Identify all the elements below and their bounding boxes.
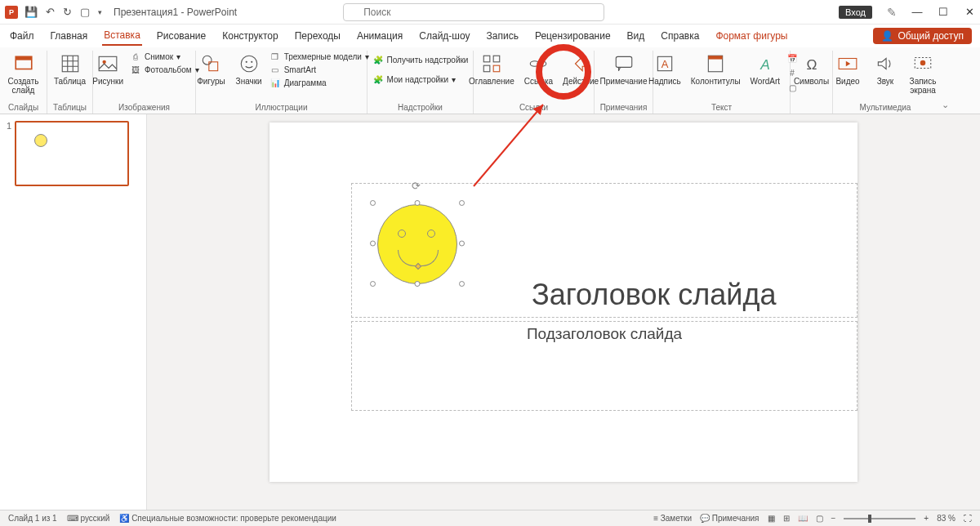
share-button[interactable]: 👤 Общий доступ bbox=[873, 28, 972, 44]
qat-more-icon[interactable]: ▾ bbox=[98, 8, 102, 16]
zoom-out-icon[interactable]: − bbox=[831, 514, 836, 523]
chart-icon: 📊 bbox=[270, 77, 281, 88]
resize-handle[interactable] bbox=[370, 200, 376, 206]
resize-handle[interactable] bbox=[370, 241, 376, 247]
subtitle-text[interactable]: Подзаголовок слайда bbox=[527, 325, 682, 343]
resize-handle[interactable] bbox=[459, 281, 465, 287]
tab-format-shape[interactable]: Формат фигуры bbox=[714, 27, 789, 45]
selected-shape[interactable]: ⟳ bbox=[372, 203, 462, 284]
group-addins-label: Надстройки bbox=[372, 103, 468, 114]
new-slide-button[interactable]: Создать слайд bbox=[5, 51, 42, 96]
symbols-button[interactable]: ΩСимволы bbox=[791, 51, 832, 87]
audio-button[interactable]: Звук bbox=[868, 51, 902, 87]
screenshot-button[interactable]: ⎙Снимок ▾ bbox=[130, 51, 199, 62]
tab-help[interactable]: Справка bbox=[659, 27, 701, 45]
3d-models-button[interactable]: ❒Трехмерные модели ▾ bbox=[270, 51, 369, 62]
tab-design[interactable]: Конструктор bbox=[220, 27, 279, 45]
slideshow-icon[interactable]: ▢ bbox=[80, 6, 90, 18]
svg-point-8 bbox=[245, 61, 247, 63]
thumb-number: 1 bbox=[7, 121, 11, 186]
sorter-view-icon[interactable]: ⊞ bbox=[783, 514, 790, 523]
svg-rect-13 bbox=[493, 65, 500, 72]
get-addins-button[interactable]: 🧩Получить надстройки bbox=[372, 54, 469, 65]
icons-button[interactable]: Значки bbox=[232, 51, 266, 87]
resize-handle[interactable] bbox=[370, 281, 376, 287]
ribbon: Создать слайд Слайды Таблица Таблицы Рис… bbox=[0, 47, 980, 114]
tab-record[interactable]: Запись bbox=[485, 27, 520, 45]
pictures-button[interactable]: Рисунки bbox=[89, 51, 127, 87]
comment-button[interactable]: Примечание bbox=[597, 51, 651, 87]
group-comments-label: Примечания bbox=[599, 103, 648, 114]
svg-rect-3 bbox=[99, 56, 117, 70]
minimize-icon[interactable]: — bbox=[911, 6, 923, 18]
slideshow-view-icon[interactable]: ▢ bbox=[816, 514, 823, 523]
tab-view[interactable]: Вид bbox=[626, 27, 647, 45]
rotate-handle[interactable]: ⟳ bbox=[412, 180, 423, 191]
resize-handle[interactable] bbox=[415, 281, 421, 287]
title-text[interactable]: Заголовок слайда bbox=[532, 278, 776, 312]
tab-file[interactable]: Файл bbox=[8, 27, 36, 45]
textbox-button[interactable]: AНадпись bbox=[645, 51, 684, 87]
header-footer-button[interactable]: Колонтитулы bbox=[688, 51, 744, 87]
undo-icon[interactable]: ↶ bbox=[46, 6, 55, 18]
reading-view-icon[interactable]: 📖 bbox=[798, 514, 808, 523]
store-icon: 🧩 bbox=[372, 54, 384, 65]
tab-animations[interactable]: Анимация bbox=[355, 27, 404, 45]
video-button[interactable]: Видео bbox=[831, 51, 865, 87]
slide-canvas[interactable]: Заголовок слайда Подзаголовок слайда ⟳ bbox=[147, 114, 980, 510]
cube-icon: ❒ bbox=[270, 51, 281, 62]
search-input[interactable] bbox=[343, 3, 604, 21]
chart-button[interactable]: 📊Диаграмма bbox=[270, 77, 369, 88]
tab-draw[interactable]: Рисование bbox=[155, 27, 207, 45]
tab-home[interactable]: Главная bbox=[49, 27, 90, 45]
tab-transitions[interactable]: Переходы bbox=[293, 27, 342, 45]
notes-button[interactable]: ≡ Заметки bbox=[653, 514, 692, 523]
tab-insert[interactable]: Вставка bbox=[102, 26, 142, 46]
subtitle-placeholder[interactable]: Подзаголовок слайда bbox=[351, 321, 858, 411]
smartart-button[interactable]: ▭SmartArt bbox=[270, 64, 369, 75]
group-tables-label: Таблицы bbox=[52, 103, 87, 114]
table-button[interactable]: Таблица bbox=[51, 51, 89, 87]
album-icon: 🖼 bbox=[130, 64, 141, 75]
close-icon[interactable]: ✕ bbox=[964, 6, 975, 18]
resize-handle[interactable] bbox=[459, 200, 465, 206]
zoom-button[interactable]: Оглавление bbox=[466, 51, 518, 87]
share-label: Общий доступ bbox=[898, 30, 964, 42]
screen-record-button[interactable]: Запись экрана bbox=[906, 51, 940, 96]
fit-to-window-icon[interactable]: ⛶ bbox=[964, 514, 972, 523]
svg-rect-11 bbox=[493, 56, 500, 62]
resize-handle[interactable] bbox=[415, 200, 421, 206]
pencil-icon[interactable]: ✎ bbox=[887, 6, 897, 19]
video-icon bbox=[836, 52, 859, 75]
maximize-icon[interactable]: ☐ bbox=[938, 6, 949, 18]
slide-thumbnail-1[interactable] bbox=[15, 121, 129, 186]
group-slides-label: Слайды bbox=[5, 103, 42, 114]
app-icon: P bbox=[5, 6, 18, 19]
wordart-icon: A bbox=[754, 52, 777, 75]
group-illustrations-label: Иллюстрации bbox=[201, 103, 362, 114]
accessibility-checker[interactable]: ♿ Специальные возможности: проверьте рек… bbox=[119, 514, 336, 523]
normal-view-icon[interactable]: ▦ bbox=[768, 514, 775, 523]
language-indicator[interactable]: ⌨ русский bbox=[67, 514, 110, 523]
resize-handle[interactable] bbox=[459, 241, 465, 247]
redo-icon[interactable]: ↻ bbox=[63, 6, 72, 18]
zoom-in-icon[interactable]: + bbox=[924, 514, 929, 523]
slide-counter[interactable]: Слайд 1 из 1 bbox=[8, 514, 57, 523]
smiley-shape[interactable] bbox=[377, 204, 457, 284]
tab-review[interactable]: Рецензирование bbox=[533, 27, 612, 45]
slide[interactable]: Заголовок слайда Подзаголовок слайда ⟳ bbox=[270, 123, 858, 482]
header-icon bbox=[704, 52, 727, 75]
save-icon[interactable]: 💾 bbox=[24, 6, 38, 18]
login-button[interactable]: Вход bbox=[839, 6, 872, 19]
zoom-slider[interactable] bbox=[844, 518, 915, 519]
tab-slideshow[interactable]: Слайд-шоу bbox=[417, 27, 471, 45]
comments-button[interactable]: 💬 Примечания bbox=[700, 514, 760, 523]
photo-album-button[interactable]: 🖼Фотоальбом ▾ bbox=[130, 64, 199, 75]
screen-rec-icon bbox=[911, 52, 934, 75]
wordart-button[interactable]: AWordArt bbox=[747, 51, 784, 87]
svg-rect-16 bbox=[616, 56, 632, 67]
shapes-button[interactable]: Фигуры bbox=[194, 51, 228, 87]
zoom-level[interactable]: 83 % bbox=[937, 514, 956, 523]
link-button[interactable]: Ссылка bbox=[521, 51, 556, 87]
my-addins-button[interactable]: 🧩Мои надстройки ▾ bbox=[372, 74, 469, 85]
